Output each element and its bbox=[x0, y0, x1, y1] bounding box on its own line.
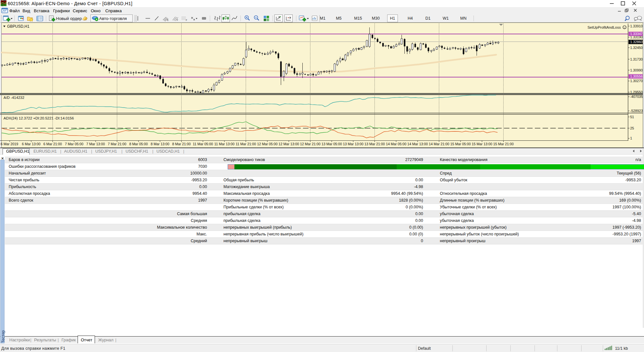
svg-text:-407035: -407035 bbox=[630, 95, 643, 99]
svg-text:13 Mar 05:00: 13 Mar 05:00 bbox=[321, 142, 342, 146]
svg-text:15 Mar 21:00: 15 Mar 21:00 bbox=[493, 142, 514, 146]
svg-text:F: F bbox=[186, 19, 187, 21]
svg-text:1.33347: 1.33347 bbox=[630, 32, 643, 36]
svg-text:M30: M30 bbox=[372, 16, 380, 21]
svg-text:8 Mar 21:00: 8 Mar 21:00 bbox=[172, 142, 191, 146]
svg-text:W1: W1 bbox=[443, 16, 449, 21]
svg-text:6 Mar 13:00: 6 Mar 13:00 bbox=[22, 142, 41, 146]
svg-text:H4: H4 bbox=[408, 16, 413, 21]
svg-text:1.32860: 1.32860 bbox=[630, 40, 643, 44]
svg-text:6 Mar 21:00: 6 Mar 21:00 bbox=[43, 142, 62, 146]
svg-text:11 Mar 13:00: 11 Mar 13:00 bbox=[214, 142, 234, 146]
svg-text:12 Mar 05:00: 12 Mar 05:00 bbox=[257, 142, 278, 146]
svg-text:E: E bbox=[167, 19, 169, 21]
svg-text:Новый ордер: Новый ордер bbox=[56, 16, 82, 21]
svg-text:15 Mar 05:00: 15 Mar 05:00 bbox=[450, 142, 471, 146]
svg-text:A/D -414232: A/D -414232 bbox=[4, 96, 24, 100]
svg-text:1.29550: 1.29550 bbox=[630, 90, 643, 94]
svg-text:11 Mar 21:00: 11 Mar 21:00 bbox=[236, 142, 256, 146]
svg-text:SetUpProfitAndLoss: SetUpProfitAndLoss bbox=[587, 25, 621, 29]
svg-text:25: 25 bbox=[630, 126, 634, 130]
svg-text:13 Mar 21:00: 13 Mar 21:00 bbox=[365, 142, 385, 146]
svg-text:1.32450: 1.32450 bbox=[630, 46, 643, 50]
svg-text:8 Mar 13:00: 8 Mar 13:00 bbox=[151, 142, 169, 146]
svg-text:7 Mar 13:00: 7 Mar 13:00 bbox=[86, 142, 105, 146]
svg-text:1.30270: 1.30270 bbox=[630, 79, 643, 83]
svg-text:12 Mar 21:00: 12 Mar 21:00 bbox=[300, 142, 321, 146]
svg-text:1.30556: 1.30556 bbox=[630, 74, 643, 78]
svg-text:14 Mar 21:00: 14 Mar 21:00 bbox=[429, 142, 450, 146]
svg-text:D1: D1 bbox=[425, 16, 431, 21]
svg-text:7 Mar 05:00: 7 Mar 05:00 bbox=[65, 142, 83, 146]
svg-text:1.31730: 1.31730 bbox=[630, 57, 643, 61]
svg-text:51: 51 bbox=[630, 115, 634, 119]
svg-text:12 Mar 13:00: 12 Mar 13:00 bbox=[279, 142, 299, 146]
svg-text:Авто-торговля: Авто-торговля bbox=[99, 16, 127, 21]
svg-text:6 Mar 2019: 6 Mar 2019 bbox=[1, 142, 18, 146]
svg-text:11 Mar 05:00: 11 Mar 05:00 bbox=[193, 142, 213, 146]
svg-text:14 Mar 13:00: 14 Mar 13:00 bbox=[407, 142, 428, 146]
svg-text:15 Mar 13:00: 15 Mar 13:00 bbox=[472, 142, 492, 146]
svg-text:Тестер: Тестер bbox=[1, 330, 5, 343]
svg-text:-528923: -528923 bbox=[630, 109, 643, 113]
svg-text:14 Mar 05:00: 14 Mar 05:00 bbox=[386, 142, 406, 146]
svg-text:8 Mar 05:00: 8 Mar 05:00 bbox=[129, 142, 148, 146]
svg-text:ADX(24) 12.3722 +DI:20.5221 -D: ADX(24) 12.3722 +DI:20.5221 -DI:14.0156 bbox=[4, 116, 74, 120]
svg-text:MN: MN bbox=[460, 16, 466, 21]
svg-text:F: F bbox=[177, 19, 178, 21]
svg-text:M5: M5 bbox=[336, 16, 341, 21]
svg-text:H1: H1 bbox=[390, 16, 395, 21]
svg-text:M15: M15 bbox=[354, 16, 362, 21]
svg-text:M1: M1 bbox=[320, 16, 325, 21]
svg-text:1.30990: 1.30990 bbox=[630, 68, 643, 72]
svg-text:1.33910: 1.33910 bbox=[630, 24, 643, 28]
svg-text:1: 1 bbox=[630, 136, 632, 140]
svg-text:7 Mar 21:00: 7 Mar 21:00 bbox=[108, 142, 127, 146]
svg-text:GBPUSD,H1: GBPUSD,H1 bbox=[7, 24, 30, 29]
svg-text:13 Mar 13:00: 13 Mar 13:00 bbox=[343, 142, 364, 146]
